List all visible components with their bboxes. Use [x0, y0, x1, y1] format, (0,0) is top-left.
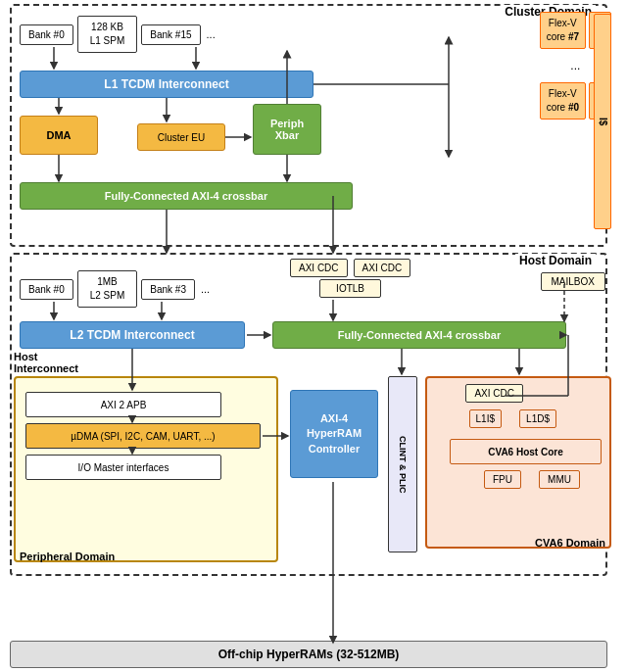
mmu-box: MMU [539, 470, 580, 489]
l2-tcdm: L2 TCDM Interconnect [20, 321, 245, 349]
axi4-hyperram-box: AXI-4 HyperRAM Controller [290, 390, 378, 478]
axi-cdc-row: AXI CDC AXI CDC [290, 259, 410, 277]
l1i-box: L1I$ [469, 409, 502, 428]
axi-cdc-iotlb-group: AXI CDC AXI CDC IOTLB [290, 259, 410, 298]
fc-axi4-host: Fully-Connected AXI-4 crossbar [272, 321, 566, 349]
host-spm-dots: ... [201, 283, 210, 295]
flex-v-core-0: Flex-Vcore #0 [540, 82, 586, 120]
diagram-container: Cluster Domain Host Domain Bank #0 128 K… [0, 0, 627, 672]
flex-v-core-7: Flex-Vcore #7 [540, 12, 586, 49]
cva6-host-core-box: CVA6 Host Core [450, 439, 602, 464]
host-interconnect-label: Host Interconnect [14, 351, 78, 374]
offchip-bar: Off-chip HyperRAMs (32-512MB) [10, 641, 607, 668]
cluster-spm-dots: ... [207, 28, 216, 40]
iotlb-box: IOTLB [319, 279, 381, 298]
l2-spm-center: 1MB L2 SPM [77, 270, 138, 308]
axi-cdc-box-1: AXI CDC [290, 259, 348, 277]
fpu-cva6-box: FPU [484, 470, 521, 489]
axi2apb-box: AXI 2 APB [25, 392, 221, 417]
l1-spm-center: 128 KB L1 SPM [77, 16, 138, 53]
host-domain-label: Host Domain [515, 254, 596, 267]
clint-plic-box: CLINT & PLIC [388, 376, 417, 552]
fc-axi4-cluster: Fully-Connected AXI-4 crossbar [20, 182, 353, 210]
peripheral-domain-label: Peripheral Domain [20, 551, 115, 562]
udma-box: µDMA (SPI, I2C, CAM, UART, ...) [25, 423, 261, 449]
bank3-host: Bank #3 [141, 279, 195, 300]
mailbox-box: MAILBOX [541, 272, 605, 291]
bank0-cluster: Bank #0 [20, 24, 73, 45]
cluster-eu-box: Cluster EU [137, 123, 225, 151]
l1d-box: L1D$ [519, 409, 556, 428]
l1-spm-group: Bank #0 128 KB L1 SPM Bank #15 ... [20, 16, 217, 53]
bank0-host: Bank #0 [20, 279, 73, 300]
icache-box: I$ [594, 14, 611, 229]
io-master-box: I/O Master interfaces [25, 455, 221, 480]
l1-tcdm: L1 TCDM Interconnect [20, 71, 314, 98]
bank15-cluster: Bank #15 [141, 24, 200, 45]
l2-spm-group: Bank #0 1MB L2 SPM Bank #3 ... [20, 270, 212, 308]
axi-cdc-cva6-box: AXI CDC [465, 384, 523, 403]
axi-cdc-box-2: AXI CDC [354, 259, 411, 277]
cva6-domain-label: CVA6 Domain [535, 537, 605, 549]
periph-xbar-box: Periph Xbar [253, 104, 321, 155]
dma-box: DMA [20, 116, 98, 155]
